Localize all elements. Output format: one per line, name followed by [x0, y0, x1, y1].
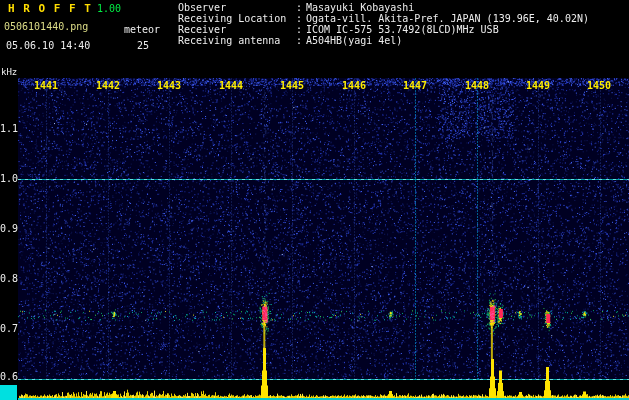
freq-tick: 1.0 — [0, 174, 15, 184]
info-row-observer: Observer : Masayuki Kobayashi — [178, 3, 414, 13]
info-colon: : — [296, 3, 306, 13]
time-tick: 1444 — [218, 81, 244, 91]
time-tick: 1442 — [95, 81, 121, 91]
info-colon: : — [296, 14, 306, 24]
timestamp: 05.06.10 14:40 — [6, 41, 90, 51]
info-row-location: Receiving Location : Ogata-vill. Akita-P… — [178, 14, 589, 24]
mode-label: meteor — [124, 25, 160, 35]
info-label: Observer — [178, 3, 296, 13]
time-tick: 1449 — [525, 81, 551, 91]
info-label: Receiver — [178, 25, 296, 35]
app-version: 1.00 — [97, 4, 121, 14]
time-tick: 1450 — [586, 81, 612, 91]
info-colon: : — [296, 36, 306, 46]
time-tick: 1446 — [341, 81, 367, 91]
info-label: Receiving antenna — [178, 36, 296, 46]
freq-tick: 0.8 — [0, 274, 15, 284]
time-tick: 1447 — [402, 81, 428, 91]
echo-count: 25 — [137, 41, 149, 51]
hrofft-screenshot: H R O F F T 1.00 0506101440.png meteor 0… — [0, 0, 629, 400]
freq-tick: 0.9 — [0, 224, 15, 234]
output-filename: 0506101440.png — [4, 22, 88, 32]
freq-tick: 0.6 — [0, 372, 15, 382]
info-value: Masayuki Kobayashi — [306, 3, 414, 13]
freq-tick: 1.1 — [0, 124, 15, 134]
info-colon: : — [296, 25, 306, 35]
freq-axis-unit: kHz — [1, 68, 17, 77]
time-tick: 1443 — [156, 81, 182, 91]
info-value: A504HB(yagi 4el) — [306, 36, 402, 46]
info-value: Ogata-vill. Akita-Pref. JAPAN (139.96E, … — [306, 14, 589, 24]
info-row-antenna: Receiving antenna : A504HB(yagi 4el) — [178, 36, 402, 46]
app-title: H R O F F T — [8, 3, 92, 14]
time-tick: 1445 — [279, 81, 305, 91]
time-tick: 1441 — [33, 81, 59, 91]
freq-tick: 0.7 — [0, 324, 15, 334]
info-row-receiver: Receiver : ICOM IC-575 53.7492(8LCD)MHz … — [178, 25, 499, 35]
info-value: ICOM IC-575 53.7492(8LCD)MHz USB — [306, 25, 499, 35]
time-tick: 1448 — [464, 81, 490, 91]
info-label: Receiving Location — [178, 14, 296, 24]
spectrogram-canvas — [0, 0, 629, 400]
